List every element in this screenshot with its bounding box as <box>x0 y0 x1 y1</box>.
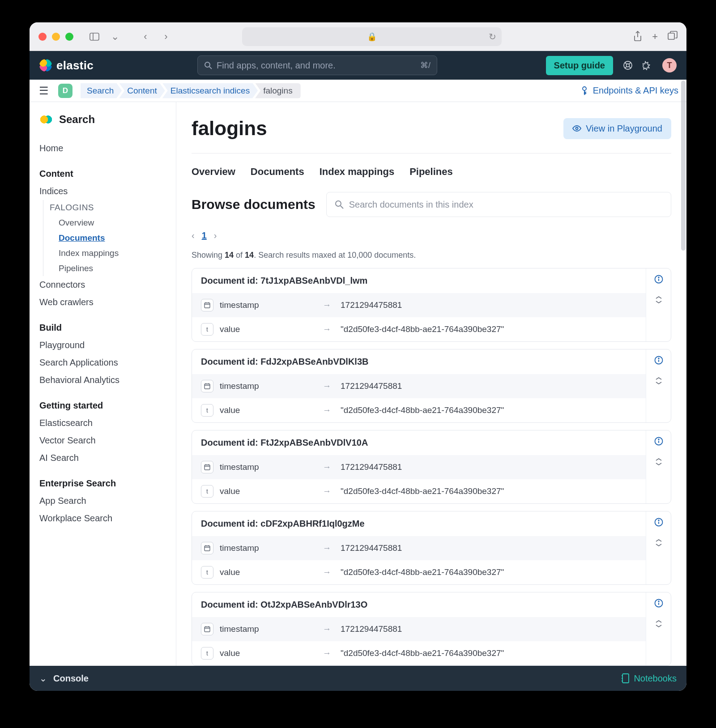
document-field-row: tvalue→"d2d50fe3-d4cf-48bb-ae21-764a390b… <box>192 398 646 422</box>
info-icon[interactable] <box>654 599 663 608</box>
date-type-icon <box>201 380 213 392</box>
pager-next-icon[interactable]: › <box>214 230 217 241</box>
back-icon[interactable]: ‹ <box>138 29 153 44</box>
setup-guide-button[interactable]: Setup guide <box>546 56 613 75</box>
tab-index-mappings[interactable]: Index mappings <box>320 166 394 180</box>
info-icon[interactable] <box>654 437 663 446</box>
arrow-right-icon: → <box>323 567 341 577</box>
svg-rect-36 <box>205 546 210 551</box>
space-badge[interactable]: D <box>58 84 72 98</box>
svg-rect-43 <box>205 627 210 632</box>
app-header: elastic Find apps, content, and more. ⌘/… <box>30 51 686 80</box>
scrollbar-thumb[interactable] <box>681 81 686 251</box>
console-toolbar[interactable]: ⌄ Console Notebooks <box>30 666 686 691</box>
sidebar-index-name[interactable]: FALOGINS <box>50 200 170 215</box>
svg-line-10 <box>629 67 631 68</box>
svg-line-9 <box>625 67 626 68</box>
document-field-row: timestamp→1721294475881 <box>192 455 646 479</box>
info-icon[interactable] <box>654 275 663 284</box>
expand-icon[interactable] <box>654 295 663 304</box>
nav-toggle-icon[interactable]: ☰ <box>38 85 50 97</box>
browse-header: Browse documents Search documents in thi… <box>192 192 671 217</box>
sidebar-item-pipelines[interactable]: Pipelines <box>50 261 170 276</box>
document-field-row: tvalue→"d2d50fe3-d4cf-48bb-ae21-764a390b… <box>192 641 646 665</box>
sidebar-item-documents[interactable]: Documents <box>50 230 170 246</box>
breadcrumb-item[interactable]: Search <box>81 83 122 98</box>
elastic-logo[interactable]: elastic <box>39 59 94 72</box>
maximize-window-icon[interactable] <box>65 33 73 41</box>
expand-icon[interactable] <box>654 538 663 547</box>
text-type-icon: t <box>201 485 213 498</box>
info-icon[interactable] <box>654 518 663 527</box>
breadcrumb-bar: ☰ D Search Content Elasticsearch indices… <box>30 80 686 102</box>
document-search-input[interactable]: Search documents in this index <box>326 192 671 217</box>
new-tab-icon[interactable]: + <box>652 31 658 43</box>
expand-icon[interactable] <box>654 457 663 466</box>
text-type-icon: t <box>201 566 213 579</box>
document-id: Document id: FtJ2xpABSeAnbVDlV10A <box>192 430 646 455</box>
sidebar-item-behavioral-analytics[interactable]: Behavioral Analytics <box>39 371 170 389</box>
user-avatar[interactable]: T <box>662 58 677 72</box>
sidebar-title: Search <box>39 113 170 126</box>
chevron-down-icon[interactable]: ⌄ <box>107 29 123 44</box>
view-in-playground-button[interactable]: View in Playground <box>563 118 671 139</box>
tab-pipelines[interactable]: Pipelines <box>409 166 453 180</box>
browser-window: ⌄ ‹ › 🔒 ↻ + elastic Find apps, content, … <box>30 22 686 691</box>
arrow-right-icon: → <box>323 624 341 634</box>
elastic-logo-icon <box>39 59 52 72</box>
tab-overview[interactable]: Overview <box>192 166 235 180</box>
pager-prev-icon[interactable]: ‹ <box>192 230 195 241</box>
endpoints-link[interactable]: Endpoints & API keys <box>580 85 678 96</box>
sidebar-item-vector-search[interactable]: Vector Search <box>39 432 170 449</box>
sidebar-item-connectors[interactable]: Connectors <box>39 276 170 294</box>
sidebar-item-elasticsearch[interactable]: Elasticsearch <box>39 414 170 432</box>
arrow-right-icon: → <box>323 381 341 391</box>
sidebar-item-indices[interactable]: Indices <box>39 183 170 200</box>
svg-point-12 <box>576 128 578 130</box>
global-search-placeholder: Find apps, content, and more. <box>217 60 420 71</box>
notebooks-button[interactable]: Notebooks <box>621 673 677 684</box>
sidebar-item-app-search[interactable]: App Search <box>39 492 170 510</box>
forward-icon[interactable]: › <box>158 29 174 44</box>
field-value: 1721294475881 <box>341 381 637 391</box>
sidebar-item-web-crawlers[interactable]: Web crawlers <box>39 294 170 311</box>
newsfeed-icon[interactable] <box>643 60 652 70</box>
tabs-icon[interactable] <box>668 31 678 43</box>
breadcrumb-item[interactable]: Content <box>119 83 165 98</box>
svg-line-4 <box>209 67 212 69</box>
sidebar-item-overview[interactable]: Overview <box>50 215 170 230</box>
sidebar-item-search-applications[interactable]: Search Applications <box>39 354 170 371</box>
document-id: Document id: cDF2xpABHRf1Iql0gzMe <box>192 511 646 536</box>
reload-icon[interactable]: ↻ <box>489 31 496 42</box>
sidebar-item-home[interactable]: Home <box>39 140 170 157</box>
field-value: 1721294475881 <box>341 624 637 634</box>
browser-titlebar: ⌄ ‹ › 🔒 ↻ + <box>30 22 686 51</box>
global-search-input[interactable]: Find apps, content, and more. ⌘/ <box>197 55 437 75</box>
tabs: Overview Documents Index mappings Pipeli… <box>192 153 671 189</box>
expand-icon[interactable] <box>654 376 663 385</box>
svg-point-35 <box>658 439 659 440</box>
sidebar-item-ai-search[interactable]: AI Search <box>39 449 170 467</box>
address-bar[interactable]: 🔒 ↻ <box>242 27 502 46</box>
pager-current-page[interactable]: 1 <box>202 230 207 241</box>
minimize-window-icon[interactable] <box>52 33 60 41</box>
breadcrumb-item[interactable]: Elasticsearch indices <box>162 83 258 98</box>
sidebar-item-workplace-search[interactable]: Workplace Search <box>39 510 170 527</box>
info-icon[interactable] <box>654 356 663 365</box>
document-id: Document id: FdJ2xpABSeAnbVDlKl3B <box>192 349 646 374</box>
field-name: timestamp <box>220 462 323 472</box>
arrow-right-icon: → <box>323 300 341 310</box>
svg-line-7 <box>625 62 626 64</box>
field-name: timestamp <box>220 381 323 391</box>
close-window-icon[interactable] <box>38 33 47 41</box>
sidebar-item-index-mappings[interactable]: Index mappings <box>50 246 170 261</box>
help-icon[interactable] <box>623 60 633 70</box>
svg-point-13 <box>336 201 341 206</box>
share-icon[interactable] <box>633 31 642 43</box>
sidebar-toggle-icon[interactable] <box>87 29 102 44</box>
tab-documents[interactable]: Documents <box>251 166 304 180</box>
expand-icon[interactable] <box>654 619 663 628</box>
sidebar-group-head: Content <box>39 169 170 179</box>
sidebar-item-playground[interactable]: Playground <box>39 336 170 354</box>
sidebar-section-label: Search <box>59 113 95 126</box>
